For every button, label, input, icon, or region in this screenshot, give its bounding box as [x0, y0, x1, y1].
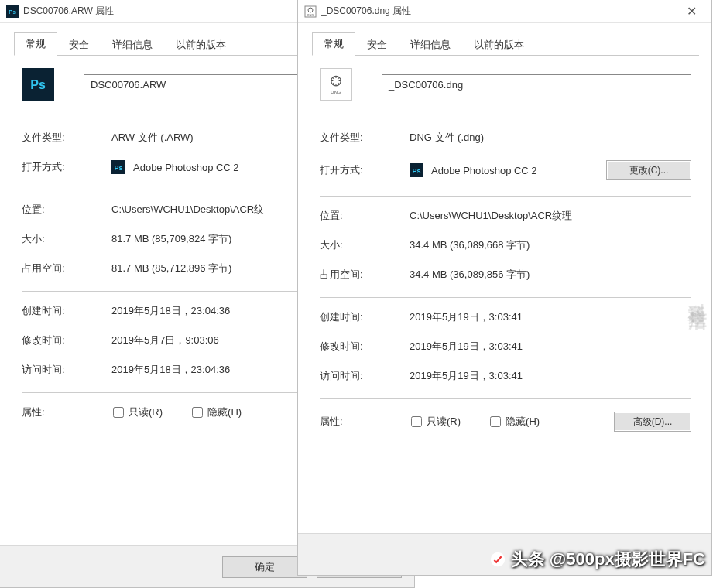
svg-text:DNG: DNG — [307, 13, 314, 17]
window-title: DSC00706.ARW 属性 — [23, 5, 114, 18]
checkbox-hidden-input[interactable] — [490, 416, 501, 427]
tab-previous-versions[interactable]: 以前的版本 — [462, 33, 536, 56]
tab-content: DNG _DSC00706.dng 文件类型:DNG 文件 (.dng) 打开方… — [312, 56, 699, 525]
photoshop-icon: Ps — [410, 163, 423, 177]
tab-security[interactable]: 安全 — [57, 33, 101, 56]
svg-text:Ps: Ps — [412, 167, 420, 175]
tab-details[interactable]: 详细信息 — [101, 33, 164, 56]
label-disk: 占用空间: — [320, 268, 410, 282]
svg-text:Ps: Ps — [9, 9, 16, 15]
tabs: 常规 安全 详细信息 以前的版本 — [312, 34, 699, 56]
value-created: 2019年5月19日，3:03:41 — [410, 310, 691, 324]
properties-window-dng: DNG _DSC00706.dng 属性 ✕ 常规 安全 详细信息 以前的版本 … — [297, 0, 712, 576]
label-location: 位置: — [320, 209, 410, 223]
photoshop-icon: Ps — [111, 160, 125, 174]
label-disk: 占用空间: — [22, 262, 111, 275]
label-accessed: 访问时间: — [320, 369, 410, 383]
label-filetype: 文件类型: — [22, 131, 111, 145]
checkbox-hidden[interactable]: 隐藏(H) — [192, 405, 242, 419]
checkbox-readonly[interactable]: 只读(R) — [113, 405, 163, 419]
close-button[interactable]: ✕ — [674, 1, 708, 22]
separator — [320, 118, 691, 118]
change-button[interactable]: 更改(C)... — [606, 160, 691, 180]
file-type-icon: Ps — [6, 5, 19, 18]
svg-text:Ps: Ps — [30, 78, 46, 91]
checkbox-readonly[interactable]: 只读(R) — [411, 415, 461, 429]
label-size: 大小: — [22, 232, 111, 246]
label-created: 创建时间: — [320, 310, 410, 324]
tab-previous-versions[interactable]: 以前的版本 — [164, 33, 238, 56]
label-modified: 修改时间: — [320, 340, 410, 354]
label-created: 创建时间: — [22, 304, 111, 318]
label-attributes: 属性: — [22, 405, 84, 419]
checkbox-hidden[interactable]: 隐藏(H) — [490, 415, 540, 429]
close-icon: ✕ — [687, 4, 697, 19]
label-modified: 修改时间: — [22, 333, 111, 347]
filename-input[interactable]: _DSC00706.dng — [382, 74, 691, 94]
checkbox-readonly-input[interactable] — [411, 416, 422, 427]
svg-text:DNG: DNG — [331, 89, 341, 94]
window-body: 常规 安全 详细信息 以前的版本 DNG _DSC00706.dng 文件类型:… — [298, 23, 711, 533]
value-accessed: 2019年5月19日，3:03:41 — [410, 369, 691, 383]
advanced-button[interactable]: 高级(D)... — [614, 412, 691, 432]
value-filetype: DNG 文件 (.dng) — [410, 131, 691, 145]
checkbox-readonly-input[interactable] — [113, 407, 124, 418]
file-type-icon: DNG — [304, 5, 317, 18]
label-location: 位置: — [22, 203, 111, 217]
label-openwith: 打开方式: — [320, 163, 410, 177]
titlebar[interactable]: DNG _DSC00706.dng 属性 ✕ — [298, 0, 711, 23]
tab-details[interactable]: 详细信息 — [399, 33, 462, 56]
ok-button[interactable]: 确定 — [222, 556, 307, 578]
label-attributes: 属性: — [320, 415, 382, 429]
label-size: 大小: — [320, 238, 410, 252]
value-modified: 2019年5月19日，3:03:41 — [410, 340, 691, 354]
value-disk: 34.4 MB (36,089,856 字节) — [410, 268, 691, 282]
label-openwith: 打开方式: — [22, 160, 111, 174]
separator — [320, 196, 691, 197]
value-location: C:\Users\WCHU1\Desktop\ACR纹理 — [410, 209, 691, 223]
svg-text:Ps: Ps — [114, 164, 122, 172]
tab-general[interactable]: 常规 — [312, 32, 355, 56]
dialog-footer — [298, 533, 711, 575]
separator — [320, 297, 691, 298]
label-filetype: 文件类型: — [320, 131, 410, 145]
value-openwith: Ps Adobe Photoshop CC 2 更改(C)... — [410, 160, 691, 180]
file-icon: Ps — [22, 68, 54, 101]
checkbox-hidden-input[interactable] — [192, 407, 203, 418]
separator — [320, 398, 691, 399]
label-accessed: 访问时间: — [22, 363, 111, 377]
tab-general[interactable]: 常规 — [14, 32, 57, 56]
file-icon: DNG — [320, 68, 352, 101]
window-title: _DSC00706.dng 属性 — [321, 5, 411, 18]
value-size: 34.4 MB (36,089,668 字节) — [410, 238, 691, 252]
tab-security[interactable]: 安全 — [355, 33, 399, 56]
